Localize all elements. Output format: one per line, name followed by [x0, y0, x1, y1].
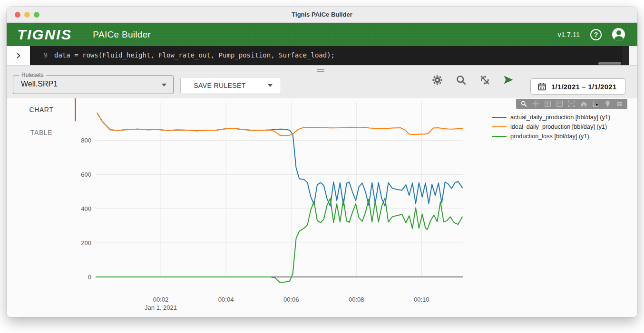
sync-disabled-icon[interactable] — [479, 74, 490, 86]
chart-legend: actual_daily_production [bbl/day] (y1)id… — [492, 113, 610, 141]
code-editor[interactable]: 9data = rows(Fluid_height, Flow_rate_out… — [30, 46, 629, 65]
y-tick-label: 800 — [81, 137, 91, 144]
account-icon[interactable] — [612, 28, 625, 41]
ruleset-select[interactable]: Rulesets Well.SRP1 — [13, 75, 174, 94]
legend-item[interactable]: production_loss [bbl/day] (y1) — [492, 132, 610, 141]
x-tick-label: 00:06 — [283, 296, 299, 303]
reset-axes-icon[interactable] — [580, 100, 587, 108]
code-line-9: 9data = rows(Fluid_height, Flow_rate_out… — [30, 49, 629, 61]
save-ruleset-button[interactable]: SAVE RULESET — [181, 77, 259, 94]
legend-line-swatch — [492, 126, 507, 127]
pan-icon[interactable] — [532, 100, 540, 108]
view-tabs: CHART TABLE — [7, 98, 76, 155]
active-tab-indicator — [75, 98, 76, 121]
chevron-down-icon — [268, 84, 273, 87]
hover-compare-icon[interactable] — [615, 100, 623, 108]
search-icon[interactable] — [455, 74, 467, 86]
window-title: Tignis PAICe Builder — [7, 7, 637, 23]
chevron-right-icon — [15, 52, 22, 59]
line-number: 10 — [30, 61, 54, 65]
traffic-lights — [15, 12, 39, 18]
legend-line-swatch — [492, 136, 507, 137]
series-line[interactable] — [97, 113, 462, 136]
zoom-out-icon[interactable] — [556, 100, 564, 108]
date-range-value: 1/1/2021 – 1/1/2021 — [551, 83, 616, 91]
legend-label: production_loss [bbl/day] (y1) — [510, 133, 589, 140]
zoom-window-button[interactable] — [34, 12, 39, 18]
hover-closest-icon[interactable] — [604, 100, 611, 108]
ruleset-select-label: Rulesets — [19, 72, 46, 78]
code-token-args: (Fluid_height, Flow_rate_out, Pump_posit… — [98, 51, 335, 59]
line-number: 9 — [30, 49, 54, 61]
macos-titlebar: Tignis PAICe Builder — [7, 7, 637, 23]
save-ruleset-more-button[interactable] — [259, 77, 281, 94]
editor-vertical-scrollbar[interactable] — [623, 46, 629, 65]
code-token-plain: data = — [54, 51, 82, 59]
tab-chart[interactable]: CHART — [7, 98, 76, 121]
app-header: TIGNIS PAICe Builder v1.7.11 ? — [7, 23, 637, 46]
plot-modebar — [516, 99, 627, 109]
x-axis-date-label: Jan 1, 2021 — [145, 304, 177, 311]
chart-section: 020040060080000:0200:0400:0600:0800:10Ja… — [7, 98, 637, 317]
ruleset-select-value: Well.SRP1 — [21, 80, 58, 88]
chevron-down-icon — [162, 84, 166, 86]
zoom-icon[interactable] — [520, 100, 528, 108]
settings-icon[interactable] — [431, 74, 443, 86]
x-tick-label: 00:04 — [218, 296, 234, 303]
close-window-button[interactable] — [15, 12, 20, 18]
editor-horizontal-scrollbar-thumb[interactable] — [598, 62, 621, 65]
toolbar-band: Rulesets Well.SRP1 SAVE RULESET — [7, 65, 637, 98]
y-tick-label: 600 — [81, 171, 91, 178]
account-body-shape — [615, 36, 623, 41]
editor-right-gutter — [629, 46, 637, 65]
legend-label: actual_daily_production [bbl/day] (y1) — [510, 114, 610, 121]
y-tick-label: 200 — [81, 239, 91, 247]
save-ruleset-split-button: SAVE RULESET — [180, 77, 281, 94]
x-tick-label: 00:02 — [153, 296, 169, 303]
page-title: PAICe Builder — [93, 29, 151, 40]
toolbar-icons — [431, 74, 514, 86]
tignis-logo: TIGNIS — [17, 26, 72, 42]
zoom-in-icon[interactable] — [544, 100, 552, 108]
account-head-shape — [616, 30, 621, 35]
legend-item[interactable]: actual_daily_production [bbl/day] (y1) — [492, 113, 610, 122]
legend-item[interactable]: ideal_daily_production [bbl/day] (y1) — [492, 122, 610, 132]
series-line[interactable] — [97, 113, 462, 206]
code-editor-panel: 9data = rows(Fluid_height, Flow_rate_out… — [7, 46, 637, 65]
x-tick-label: 00:08 — [349, 296, 364, 303]
code-token-function: rows — [82, 51, 98, 59]
legend-line-swatch — [492, 117, 507, 118]
legend-label: ideal_daily_production [bbl/day] (y1) — [510, 124, 607, 130]
splitter-handle[interactable] — [317, 69, 324, 74]
autoscale-icon[interactable] — [568, 100, 576, 108]
minimize-window-button[interactable] — [24, 12, 30, 18]
tab-table[interactable]: TABLE — [7, 121, 76, 144]
x-tick-label: 00:10 — [414, 296, 429, 303]
calendar-icon — [537, 82, 546, 91]
code-line-10: 10 — [30, 61, 629, 65]
y-tick-label: 400 — [81, 205, 91, 212]
send-icon[interactable] — [503, 74, 514, 86]
sidebar-expander[interactable] — [7, 46, 30, 65]
y-tick-label: 0 — [88, 274, 91, 281]
help-icon[interactable]: ? — [590, 29, 602, 40]
version-label: v1.7.11 — [558, 31, 580, 38]
spikelines-icon[interactable] — [592, 100, 599, 108]
app-window: Tignis PAICe Builder TIGNIS PAICe Builde… — [7, 7, 637, 317]
date-range-picker[interactable]: 1/1/2021 – 1/1/2021 — [530, 78, 625, 95]
series-line[interactable] — [97, 198, 462, 283]
